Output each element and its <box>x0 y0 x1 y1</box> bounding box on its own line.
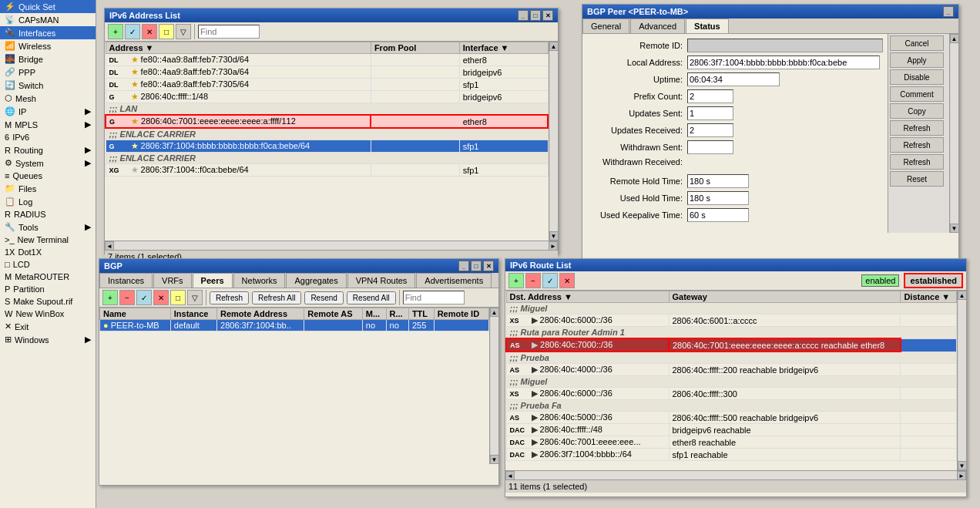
sidebar-item-capsman[interactable]: 📡 CAPsMAN <box>0 13 96 26</box>
sidebar-item-system[interactable]: ⚙ System ▶ <box>0 156 96 170</box>
refresh-button-2[interactable]: Refresh <box>890 137 944 153</box>
cancel-button[interactable]: Cancel <box>890 35 944 51</box>
table-row-selected[interactable]: AS ▶ 2806:40c:7000::/36 2806:40c:7001:ee… <box>506 338 957 352</box>
reset-button[interactable]: Reset <box>890 171 944 187</box>
maximize-button[interactable]: □ <box>530 10 541 21</box>
comment-button[interactable]: Comment <box>890 86 944 102</box>
sidebar-item-new-winbox[interactable]: W New WinBox <box>0 308 96 320</box>
minimize-button[interactable]: _ <box>518 10 529 21</box>
refresh-button[interactable]: Refresh <box>210 291 249 304</box>
bgp-minimize-btn[interactable]: _ <box>458 261 469 271</box>
bgp-edit-button[interactable]: ✓ <box>136 290 152 305</box>
table-row-selected[interactable]: G ★ 2806:3f7:1004:bbbb:bbbb:bbbb:f0ca:be… <box>106 140 548 153</box>
scroll-right[interactable]: ► <box>549 241 558 251</box>
disable-button[interactable]: Disable <box>890 69 944 85</box>
table-row[interactable]: XG ★ 2806:3f7:1004::f0ca:bebe/64 sfp1 <box>106 164 548 177</box>
apply-button[interactable]: Apply <box>890 52 944 68</box>
sidebar-item-tools[interactable]: 🔧 Tools ▶ <box>0 220 96 234</box>
sidebar-item-metarouter[interactable]: M MetaROUTER <box>0 271 96 283</box>
scroll-track[interactable] <box>550 51 558 231</box>
sidebar-item-ipv6[interactable]: 6 IPv6 <box>0 131 96 143</box>
table-row[interactable]: AS ▶ 2806:40c:5000::/36 2806:40c:ffff::5… <box>506 412 957 424</box>
bgp-peer-scrollbar[interactable]: ▲ ▼ <box>949 34 958 233</box>
route-h-scroll-track[interactable] <box>515 471 957 479</box>
local-address-input[interactable] <box>687 56 880 69</box>
scroll-down[interactable]: ▼ <box>549 231 559 241</box>
tab-status[interactable]: Status <box>686 19 729 33</box>
sidebar-item-exit[interactable]: ✕ Exit <box>0 320 96 333</box>
scroll-track-bgp[interactable] <box>951 43 958 224</box>
table-row[interactable]: AS ▶ 2806:40c:4000::/36 2806:40c:ffff::2… <box>506 364 957 376</box>
sidebar-item-radius[interactable]: R RADIUS <box>0 208 96 220</box>
sidebar-item-files[interactable]: 📁 Files <box>0 182 96 195</box>
bgp-minimize-button[interactable]: _ <box>943 6 954 17</box>
route-scrollbar[interactable]: ▲ ▼ <box>957 291 966 470</box>
horizontal-scrollbar[interactable]: ◄ ► <box>105 241 558 250</box>
sidebar-item-mpls[interactable]: M MPLS ▶ <box>0 118 96 131</box>
sidebar-item-mesh[interactable]: ⬡ Mesh <box>0 92 96 105</box>
bgp-remove-button[interactable]: ✕ <box>153 290 169 305</box>
h-scroll-track[interactable] <box>114 241 549 250</box>
scroll-left[interactable]: ◄ <box>105 241 114 251</box>
bgp-maximize-btn[interactable]: □ <box>471 261 482 271</box>
sidebar-item-lcd[interactable]: □ LCD <box>0 258 96 271</box>
route-h-scrollbar[interactable]: ◄ ► <box>505 470 966 479</box>
resend-button[interactable]: Resend <box>304 291 343 304</box>
sidebar-item-switch[interactable]: 🔄 Switch <box>0 79 96 92</box>
table-row[interactable]: G ★ 2806:40c:7001:eeee:eeee:eeee:a:ffff/… <box>106 115 548 128</box>
tab-instances[interactable]: Instances <box>99 273 153 288</box>
vertical-scrollbar[interactable]: ▲ ▼ <box>549 42 558 241</box>
tab-advertisements[interactable]: Advertisements <box>416 273 492 288</box>
route-scroll-down[interactable]: ▼ <box>958 461 967 470</box>
tab-general[interactable]: General <box>582 19 629 33</box>
prefix-count-input[interactable] <box>687 89 733 103</box>
route-scroll-left[interactable]: ◄ <box>505 471 515 480</box>
find-input[interactable] <box>198 25 260 39</box>
refresh-button-3[interactable]: Refresh <box>890 154 944 170</box>
sidebar-item-log[interactable]: 📋 Log <box>0 195 96 208</box>
route-scroll-track[interactable] <box>958 300 966 461</box>
refresh-all-button[interactable]: Refresh All <box>252 291 301 304</box>
route-scroll-right[interactable]: ► <box>957 471 966 480</box>
remote-hold-input[interactable] <box>687 174 749 188</box>
tab-peers[interactable]: Peers <box>193 273 233 288</box>
bgp-filter-button[interactable]: ▽ <box>187 290 203 305</box>
tab-advanced[interactable]: Advanced <box>630 19 685 33</box>
updates-received-input[interactable] <box>687 123 733 137</box>
sidebar-item-quickset[interactable]: ⚡ Quick Set <box>0 0 96 13</box>
tab-networks[interactable]: Networks <box>233 273 286 288</box>
sidebar-item-new-terminal[interactable]: >_ New Terminal <box>0 234 96 246</box>
route-edit-button[interactable]: ✓ <box>542 273 558 288</box>
close-button[interactable]: ✕ <box>542 10 553 21</box>
copy-button[interactable]: □ <box>159 24 174 39</box>
sidebar-item-ppp[interactable]: 🔗 PPP <box>0 66 96 79</box>
scroll-up[interactable]: ▲ <box>549 42 559 51</box>
sidebar-item-queues[interactable]: ≡ Queues <box>0 170 96 182</box>
tab-vrfs[interactable]: VRFs <box>153 273 192 288</box>
sidebar-item-supout[interactable]: S Make Supout.rif <box>0 295 96 308</box>
refresh-button-1[interactable]: Refresh <box>890 120 944 136</box>
table-row[interactable]: G ★ 2806:40c:ffff::1/48 bridgeipv6 <box>106 91 548 103</box>
table-row[interactable]: XS ▶ 2806:40c:6000::/36 2806:40c:ffff::3… <box>506 388 957 400</box>
bgp-add-button[interactable]: + <box>102 290 118 305</box>
bgp-copy-button[interactable]: □ <box>170 290 186 305</box>
table-row[interactable]: DAC ▶ 2806:40c:ffff::/48 bridgeipv6 reac… <box>506 424 957 436</box>
sidebar-item-ip[interactable]: 🌐 IP ▶ <box>0 105 96 118</box>
bgp-find-input[interactable] <box>403 291 465 304</box>
resend-all-button[interactable]: Resend All <box>347 291 396 304</box>
add-button[interactable]: + <box>108 24 123 39</box>
sidebar-item-wireless[interactable]: 📶 Wireless <box>0 39 96 52</box>
bgp-scroll-track[interactable] <box>491 317 498 455</box>
scroll-down-bgp[interactable]: ▼ <box>950 224 959 233</box>
sidebar-item-interfaces[interactable]: 🔌 Interfaces <box>0 26 96 39</box>
route-remove-button[interactable]: ✕ <box>559 273 575 288</box>
scroll-up-bgp[interactable]: ▲ <box>950 34 959 43</box>
sidebar-item-routing[interactable]: R Routing ▶ <box>0 143 96 156</box>
route-add-button[interactable]: + <box>508 273 524 288</box>
bgp-delete-button[interactable]: − <box>119 290 135 305</box>
sidebar-item-bridge[interactable]: 🌉 Bridge <box>0 52 96 66</box>
tab-aggregates[interactable]: Aggregates <box>286 273 346 288</box>
sidebar-item-partition[interactable]: P Partition <box>0 283 96 295</box>
sidebar-item-dot1x[interactable]: 1X Dot1X <box>0 246 96 258</box>
delete-button[interactable]: ✕ <box>142 24 157 39</box>
